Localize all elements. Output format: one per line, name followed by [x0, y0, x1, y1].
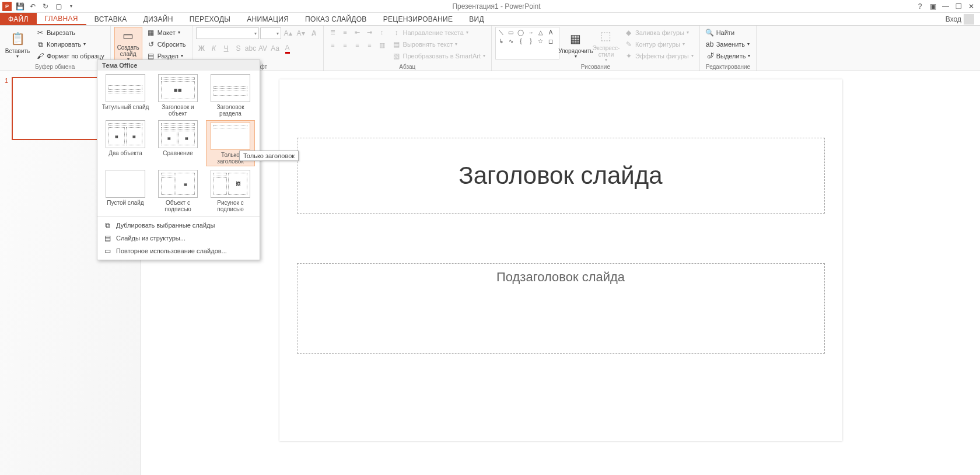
- numbering-button[interactable]: ≡: [340, 27, 351, 37]
- minimize-icon[interactable]: —: [940, 2, 951, 11]
- ribbon-options-icon[interactable]: ▣: [928, 2, 938, 11]
- shape-rect-icon: ▭: [507, 29, 515, 36]
- app-icon: P: [2, 2, 12, 11]
- new-slide-icon: ▭: [120, 27, 136, 43]
- qat-dropdown-icon[interactable]: ▾: [66, 2, 76, 11]
- font-color-button[interactable]: A: [282, 43, 293, 54]
- slide-canvas-area[interactable]: Заголовок слайда Подзаголовок слайда: [141, 71, 980, 475]
- shape-oval-icon: ◯: [517, 29, 525, 36]
- format-painter-button[interactable]: 🖌Формат по образцу: [34, 50, 107, 61]
- save-icon[interactable]: 💾: [15, 2, 24, 11]
- arrange-button[interactable]: ▦ Упорядочить▾: [562, 27, 590, 63]
- cut-button[interactable]: ✂Вырезать: [34, 27, 107, 38]
- shape-fill-button[interactable]: ◆Заливка фигуры▾: [622, 27, 696, 38]
- tab-animation[interactable]: АНИМАЦИЯ: [239, 13, 297, 25]
- smartart-button[interactable]: ▧Преобразовать в SmartArt▾: [390, 50, 488, 61]
- select-icon: ⮰: [706, 52, 714, 60]
- align-text-button[interactable]: ▤Выровнять текст▾: [390, 39, 488, 50]
- tab-insert[interactable]: ВСТАВКА: [86, 13, 135, 25]
- find-button[interactable]: 🔍Найти: [704, 27, 753, 38]
- subtitle-placeholder[interactable]: Подзаголовок слайда: [297, 263, 825, 354]
- reset-icon: ↺: [147, 40, 155, 48]
- font-family-combo[interactable]: [196, 27, 259, 39]
- columns-button[interactable]: ▥: [376, 40, 388, 50]
- group-clipboard: 📋 Вставить ▾ ✂Вырезать ⧉Копировать▾ 🖌Фор…: [0, 26, 111, 71]
- align-center-button[interactable]: ≡: [340, 40, 351, 50]
- duplicate-icon: ⧉: [103, 221, 111, 229]
- replace-button[interactable]: abЗаменить▾: [704, 39, 753, 50]
- section-icon: ▤: [147, 52, 155, 60]
- layout-comparison[interactable]: ▦▦ Сравнение: [153, 120, 202, 166]
- restore-icon[interactable]: ❐: [953, 2, 964, 11]
- grow-font-button[interactable]: A▴: [282, 27, 294, 39]
- shadow-button[interactable]: abc: [245, 43, 257, 54]
- redo-icon[interactable]: ↻: [41, 2, 50, 11]
- tab-review[interactable]: РЕЦЕНЗИРОВАНИЕ: [375, 13, 461, 25]
- strike-button[interactable]: S: [233, 43, 244, 54]
- font-size-combo[interactable]: [260, 27, 281, 39]
- new-slide-button[interactable]: ▭ Создать слайд ▾: [114, 27, 142, 63]
- tab-home[interactable]: ГЛАВНАЯ: [37, 13, 86, 25]
- reuse-icon: ▭: [103, 247, 111, 255]
- clear-format-button[interactable]: A̷: [308, 27, 320, 39]
- duplicate-slides-item[interactable]: ⧉Дублировать выбранные слайды: [97, 219, 260, 232]
- group-label: Буфер обмена: [4, 63, 107, 71]
- shapes-gallery[interactable]: ＼ ▭ ◯ → △ A ↳ ∿ { } ☆ ◻: [495, 27, 559, 60]
- tab-transitions[interactable]: ПЕРЕХОДЫ: [181, 13, 239, 25]
- title-placeholder[interactable]: Заголовок слайда: [297, 138, 825, 214]
- layout-button[interactable]: ▦Макет▾: [145, 27, 188, 38]
- case-button[interactable]: Aa: [270, 43, 281, 54]
- align-right-button[interactable]: ≡: [352, 40, 363, 50]
- layout-section-header[interactable]: Заголовок раздела: [206, 74, 255, 117]
- group-label: Редактирование: [704, 63, 753, 71]
- slides-from-outline-item[interactable]: ▤Слайды из структуры...: [97, 232, 260, 245]
- sign-in[interactable]: Вход: [940, 13, 980, 25]
- reset-button[interactable]: ↺Сбросить: [145, 39, 188, 50]
- bullets-button[interactable]: ≣: [327, 27, 339, 37]
- paste-button[interactable]: 📋 Вставить ▾: [4, 27, 32, 63]
- outline-file-icon: ▤: [103, 234, 111, 242]
- tab-design[interactable]: ДИЗАЙН: [135, 13, 181, 25]
- tab-slideshow[interactable]: ПОКАЗ СЛАЙДОВ: [297, 13, 375, 25]
- shape-outline-button[interactable]: ✎Контур фигуры▾: [622, 39, 696, 50]
- close-icon[interactable]: ✕: [966, 2, 977, 11]
- copy-button[interactable]: ⧉Копировать▾: [34, 39, 107, 50]
- layout-title-slide[interactable]: Титульный слайд: [101, 74, 150, 117]
- paste-icon: 📋: [9, 30, 26, 47]
- select-button[interactable]: ⮰Выделить▾: [704, 50, 753, 61]
- align-left-button[interactable]: ≡: [327, 40, 339, 50]
- tab-view[interactable]: ВИД: [461, 13, 492, 25]
- new-slide-gallery: Тема Office Титульный слайд ▦▦ Заголовок…: [97, 60, 260, 260]
- reuse-slides-item[interactable]: ▭Повторное использование слайдов...: [97, 245, 260, 257]
- justify-button[interactable]: ≡: [364, 40, 376, 50]
- layout-title-content[interactable]: ▦▦ Заголовок и объект: [153, 74, 202, 117]
- layout-picture-caption[interactable]: 🖼 Рисунок с подписью: [206, 170, 255, 212]
- slide[interactable]: Заголовок слайда Подзаголовок слайда: [279, 79, 842, 441]
- shrink-font-button[interactable]: A▾: [295, 27, 307, 39]
- line-spacing-button[interactable]: ↕: [376, 27, 388, 37]
- copy-icon: ⧉: [36, 40, 44, 48]
- italic-button[interactable]: К: [208, 43, 220, 54]
- shape-callout-icon: ◻: [547, 37, 555, 44]
- brush-icon: 🖌: [36, 52, 44, 60]
- spacing-button[interactable]: AV: [257, 43, 269, 54]
- shape-arrow-icon: →: [527, 29, 535, 36]
- shape-brace-icon: {: [517, 37, 525, 44]
- layout-blank[interactable]: Пустой слайд: [101, 170, 150, 212]
- group-paragraph: ≣ ≡ ⇤ ⇥ ↕ ≡ ≡ ≡ ≡ ▥ ↕Направление текста▾…: [324, 26, 492, 71]
- group-label: Абзац: [327, 63, 488, 71]
- tab-file[interactable]: ФАЙЛ: [0, 13, 37, 25]
- help-icon[interactable]: ?: [915, 2, 925, 11]
- layout-content-caption[interactable]: ▦ Объект с подписью: [153, 170, 202, 212]
- underline-button[interactable]: Ч: [220, 43, 232, 54]
- quick-styles-button[interactable]: ⬚ Экспресс-стили▾: [592, 27, 620, 63]
- start-slideshow-icon[interactable]: ▢: [54, 2, 63, 11]
- shape-effects-button[interactable]: ✦Эффекты фигуры▾: [622, 50, 696, 61]
- outdent-button[interactable]: ⇤: [352, 27, 363, 37]
- cut-icon: ✂: [36, 29, 44, 37]
- undo-icon[interactable]: ↶: [28, 2, 37, 11]
- layout-two-content[interactable]: ▦▦ Два объекта: [101, 120, 150, 166]
- indent-button[interactable]: ⇥: [364, 27, 376, 37]
- text-direction-button[interactable]: ↕Направление текста▾: [390, 27, 488, 38]
- bold-button[interactable]: Ж: [196, 43, 208, 54]
